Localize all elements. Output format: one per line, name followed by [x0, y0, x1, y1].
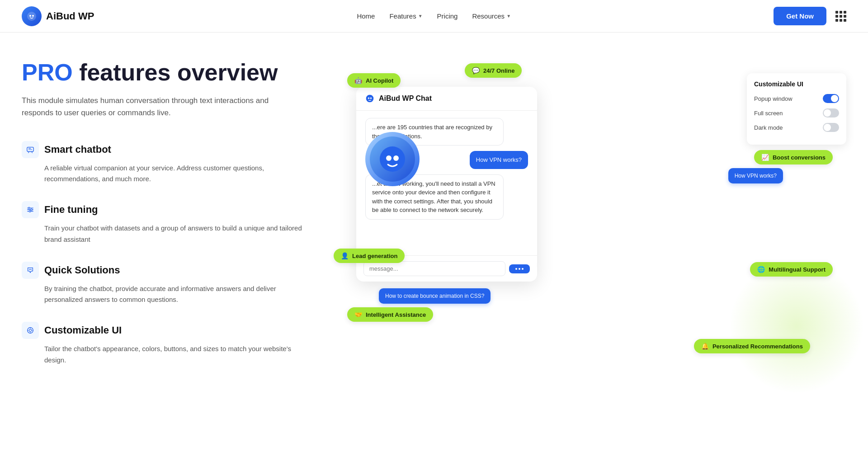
logo-icon — [22, 6, 42, 26]
personalized-recommendations-pill: 🔔 Personalized Recommendations — [694, 339, 810, 353]
svg-point-8 — [31, 209, 33, 211]
quick-solutions-desc: By training the chatbot, provide accurat… — [22, 283, 302, 306]
svg-point-7 — [28, 207, 30, 209]
svg-point-21 — [393, 155, 399, 161]
nav-home[interactable]: Home — [357, 12, 375, 20]
logo-text: AiBud WP — [46, 10, 94, 22]
svg-rect-1 — [29, 15, 31, 17]
lead-icon: 👤 — [341, 252, 349, 259]
fullscreen-toggle[interactable] — [823, 108, 839, 117]
fine-tuning-icon — [22, 201, 39, 218]
intelligent-icon: 🤝 — [354, 311, 362, 318]
svg-point-11 — [29, 329, 31, 331]
svg-point-18 — [370, 98, 372, 99]
grid-icon[interactable] — [835, 11, 846, 22]
svg-point-19 — [380, 146, 405, 172]
intelligent-assistance-pill: 🤝 Intelligent Assistance — [347, 307, 433, 322]
features-dropdown-arrow: ▼ — [418, 14, 423, 19]
customizable-ui-desc: Tailor the chatbot's appearance, colors,… — [22, 343, 302, 366]
fine-tuning-title: Fine tuning — [44, 204, 98, 216]
custom-panel-row-darkmode: Dark mode — [754, 123, 839, 132]
custom-panel-row-fullscreen: Full screen — [754, 108, 839, 117]
boost-conversions-pill: 📈 Boost conversions — [754, 150, 833, 164]
smart-chatbot-desc: A reliable virtual companion at your ser… — [22, 163, 302, 185]
css-question-bubble: How to create bounce animation in CSS? — [379, 288, 491, 304]
chat-input[interactable] — [363, 261, 505, 276]
multilingual-support-pill: 🌐 Multilingual Support — [750, 262, 833, 277]
feature-smart-chatbot: Smart chatbot A reliable virtual compani… — [22, 141, 302, 185]
lead-generation-pill: 👤 Lead generation — [334, 249, 405, 263]
hero-subtitle: This module simulates human conversation… — [22, 94, 275, 119]
nav-links: Home Features ▼ Pricing Resources ▼ — [357, 12, 511, 20]
svg-rect-2 — [32, 15, 34, 17]
feature-quick-solutions: Quick Solutions By training the chatbot,… — [22, 262, 302, 306]
main-content: PRO features overview This module simula… — [0, 33, 868, 409]
feature-fine-tuning: Fine tuning Train your chatbot with data… — [22, 201, 302, 245]
chat-header: AiBud WP Chat — [356, 87, 537, 111]
smart-chatbot-title: Smart chatbot — [44, 144, 111, 155]
multilingual-icon: 🌐 — [757, 266, 765, 273]
svg-point-9 — [29, 211, 31, 212]
hero-title: PRO features overview — [22, 60, 302, 85]
boost-icon: 📈 — [761, 154, 769, 161]
customizable-ui-icon — [22, 322, 39, 339]
chat-user-msg-1: How VPN works? — [470, 151, 528, 169]
custom-panel-row-popup: Popup window — [754, 94, 839, 103]
quick-solutions-icon — [22, 262, 39, 279]
left-column: PRO features overview This module simula… — [22, 60, 302, 382]
feature-customizable-ui: Customizable UI Tailor the chatbot's app… — [22, 322, 302, 366]
svg-point-20 — [386, 155, 392, 161]
24-7-icon: 💬 — [472, 67, 480, 74]
bg-glow — [729, 258, 864, 394]
dark-mode-toggle[interactable] — [823, 123, 839, 132]
resources-dropdown-arrow: ▼ — [506, 14, 511, 19]
quick-solutions-title: Quick Solutions — [44, 264, 120, 276]
logo[interactable]: AiBud WP — [22, 6, 94, 26]
navbar: AiBud WP Home Features ▼ Pricing Resourc… — [0, 0, 868, 33]
right-column: 🤖 AI Copilot 💬 24/7 Online AiBud WP Chat… — [320, 60, 846, 376]
nav-features[interactable]: Features ▼ — [389, 12, 422, 20]
ai-copilot-pill: 🤖 AI Copilot — [347, 73, 401, 88]
ai-copilot-icon: 🤖 — [354, 77, 362, 84]
pro-label: PRO — [22, 59, 73, 85]
nav-pricing[interactable]: Pricing — [437, 12, 458, 20]
chat-send-button[interactable] — [509, 264, 530, 273]
vpn-question-bubble: How VPN works? — [728, 168, 783, 183]
24-7-online-pill: 💬 24/7 Online — [465, 63, 522, 78]
customizable-ui-title: Customizable UI — [44, 324, 122, 336]
custom-panel-title: Customizable UI — [754, 80, 839, 88]
svg-point-0 — [27, 12, 36, 21]
custom-panel: Customizable UI Popup window Full screen… — [747, 73, 846, 145]
fine-tuning-desc: Train your chatbot with datasets and a g… — [22, 223, 302, 245]
svg-point-17 — [368, 98, 369, 99]
nav-right: Get Now — [774, 7, 846, 25]
chat-avatar — [365, 132, 420, 186]
smart-chatbot-icon — [22, 141, 39, 158]
popup-window-toggle[interactable] — [823, 94, 839, 103]
get-now-button[interactable]: Get Now — [774, 7, 826, 25]
personalized-icon: 🔔 — [701, 343, 709, 350]
svg-point-16 — [366, 95, 374, 103]
nav-resources[interactable]: Resources ▼ — [472, 12, 511, 20]
